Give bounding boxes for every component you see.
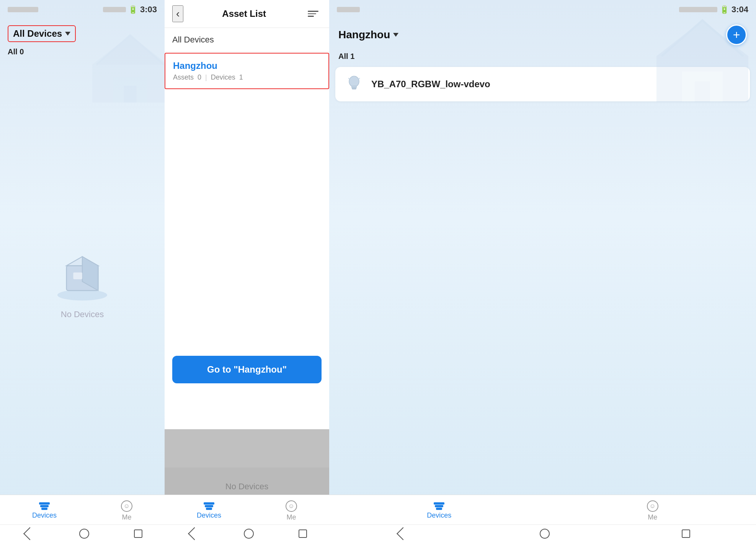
layer2-2 [205, 505, 213, 507]
me-icon-2: ☺ [286, 500, 297, 512]
add-device-button[interactable]: + [726, 24, 747, 45]
signal-text-3 [679, 7, 717, 12]
signal-text-1 [103, 7, 126, 12]
hangzhou-dropdown-arrow [393, 33, 398, 37]
nav-items-1: Devices ☺ Me [0, 495, 165, 524]
recent-button-3[interactable] [682, 529, 690, 538]
all-devices-row-label: All Devices [172, 35, 214, 44]
devices-nav-label-3: Devices [427, 511, 451, 520]
nav-items-3: Devices ☺ Me [329, 495, 756, 524]
nav-devices-3[interactable]: Devices [427, 502, 451, 520]
devices-count: 1 [239, 73, 243, 81]
devices-nav-label-2: Devices [197, 511, 221, 520]
devices-icon-3 [434, 502, 444, 510]
goto-hangzhou-button[interactable]: Go to "Hangzhou" [172, 356, 322, 383]
back-button-2b[interactable] [188, 527, 201, 540]
layer1 [39, 502, 50, 505]
phone-nav-2 [165, 524, 329, 544]
status-right-1: 🔋 3:03 [103, 5, 157, 15]
asset-list-title: Asset List [222, 8, 266, 19]
asset-list-header: ‹ Asset List [165, 0, 329, 28]
assets-label: Assets [173, 73, 194, 81]
devices-icon-2 [204, 502, 214, 510]
recent-button-2[interactable] [299, 529, 307, 538]
all-devices-row[interactable]: All Devices [165, 28, 329, 52]
svg-line-10 [359, 78, 360, 79]
carrier-text-3 [337, 7, 360, 12]
filter-button[interactable] [305, 9, 322, 18]
time-1: 3:03 [140, 5, 157, 15]
carrier-text-1 [8, 7, 38, 12]
svg-point-0 [57, 290, 107, 300]
layer2-3 [435, 505, 443, 507]
home-button-1[interactable] [79, 529, 89, 539]
all-count-1: 0 [20, 47, 24, 56]
nav-me-2[interactable]: ☺ Me [286, 500, 297, 521]
panel-hangzhou: 🔋 3:04 Hangzhou + All 1 [329, 0, 756, 544]
p3-header: Hangzhou + [329, 19, 756, 50]
p3-location-title[interactable]: Hangzhou [338, 29, 398, 41]
phone-nav-1 [0, 524, 165, 544]
no-devices-label-1: No Devices [61, 309, 104, 319]
panel-all-devices: 🔋 3:03 All Devices All 0 [0, 0, 165, 544]
location-item-hangzhou[interactable]: Hangzhou Assets 0 | Devices 1 [165, 53, 329, 89]
me-nav-label-2: Me [286, 513, 296, 521]
device-bulb-icon [345, 75, 364, 94]
recent-button-1[interactable] [134, 529, 142, 538]
me-nav-label-3: Me [648, 513, 657, 521]
devices-icon-1 [39, 502, 50, 510]
p3-all-count: All 1 [329, 50, 756, 65]
location-name: Hangzhou [173, 60, 321, 71]
status-left-1 [8, 7, 38, 12]
bottom-nav-3: Devices ☺ Me [329, 495, 756, 544]
nav-devices-1[interactable]: Devices [32, 502, 57, 520]
p1-all-count: All 0 [0, 46, 165, 58]
filter-icon [308, 11, 318, 17]
filter-line1 [308, 11, 318, 12]
nav-me-1[interactable]: ☺ Me [121, 500, 132, 521]
bottom-nav-1: Devices ☺ Me [0, 495, 165, 544]
dropdown-arrow-icon [65, 32, 70, 36]
home-button-3[interactable] [540, 529, 550, 539]
location-stats: Assets 0 | Devices 1 [173, 73, 321, 81]
layer3-3 [436, 508, 442, 510]
nav-devices-2[interactable]: Devices [197, 502, 221, 520]
device-card-ybA70[interactable]: YB_A70_RGBW_low-vdevo [335, 67, 750, 101]
devices-label: Devices [211, 73, 235, 81]
me-icon-1: ☺ [121, 500, 132, 512]
battery-3: 🔋 [720, 5, 729, 14]
layer2 [40, 505, 49, 507]
assets-count: 0 [198, 73, 201, 81]
back-button-3[interactable] [397, 527, 410, 540]
all-label-3: All [338, 52, 348, 60]
status-bar-3: 🔋 3:04 [329, 0, 756, 19]
battery-1: 🔋 [128, 5, 138, 14]
p1-header: All Devices [0, 19, 165, 46]
all-devices-label: All Devices [13, 28, 62, 39]
plus-icon: + [733, 29, 740, 41]
no-devices-label-2: No Devices [225, 482, 268, 492]
time-3: 3:04 [732, 5, 748, 15]
filter-line2 [308, 13, 316, 15]
svg-rect-4 [73, 272, 82, 279]
all-count-3: 1 [350, 52, 354, 60]
bottom-nav-2: Devices ☺ Me [165, 495, 329, 544]
all-devices-button[interactable]: All Devices [8, 25, 76, 42]
me-icon-3: ☺ [647, 500, 658, 512]
back-button-2[interactable]: ‹ [172, 5, 183, 22]
svg-rect-7 [352, 88, 356, 89]
all-label-1: All [8, 47, 18, 56]
svg-point-5 [349, 76, 359, 87]
back-button-1[interactable] [23, 527, 36, 540]
layer1-2 [204, 502, 214, 505]
status-right-3: 🔋 3:04 [679, 5, 748, 15]
empty-state-1: No Devices [0, 58, 165, 544]
me-nav-label-1: Me [122, 513, 131, 521]
home-button-2[interactable] [244, 529, 254, 539]
panel-asset-list: 🔋 3:04 ‹ Asset List All Devices Hangzhou [165, 0, 329, 544]
layer1-3 [434, 502, 444, 505]
nav-me-3[interactable]: ☺ Me [647, 500, 658, 521]
no-device-illustration [52, 252, 113, 302]
asset-list-modal: ‹ Asset List All Devices Hangzhou Assets… [165, 0, 329, 467]
svg-line-9 [348, 78, 349, 79]
